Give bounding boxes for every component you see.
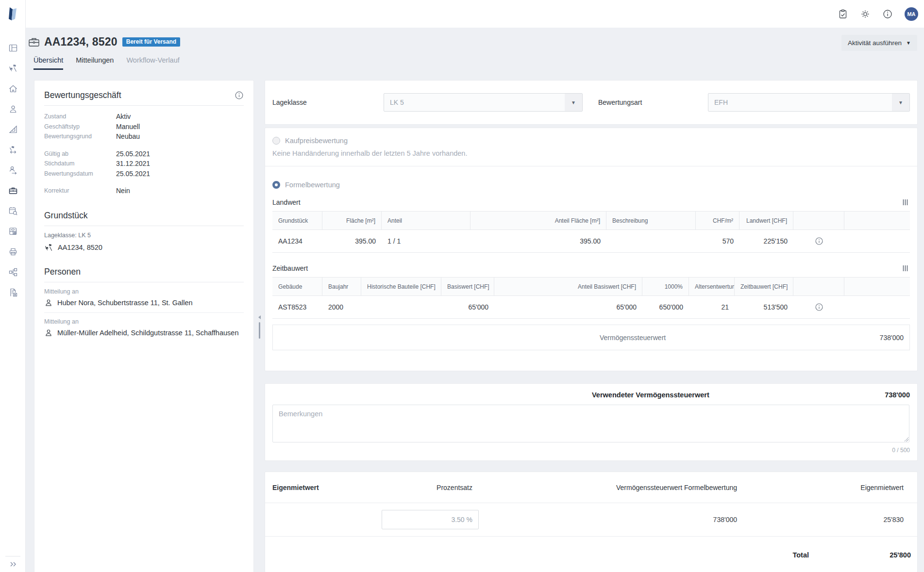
column-settings-icon[interactable] [902,198,908,206]
section-grundstueck: Grundstück Lageklasse: LK 5 AA1234, 8520 [44,211,244,252]
field-value: Manuell [116,122,244,132]
tasks-clipboard-icon[interactable] [838,9,848,19]
parcel-label: AA1234, 8520 [58,244,102,251]
person-link[interactable]: Müller-Müller Adelheid, Schildgutstrasse… [44,328,244,337]
tab-mitteilungen[interactable]: Mitteilungen [76,56,114,70]
formel-radio-row: Formelbewertung [265,166,917,191]
divider [44,312,244,313]
parcel-map-icon [44,243,53,252]
bewertungsart-value: EFH [708,98,892,106]
tab-uebersicht[interactable]: Übersicht [34,56,63,70]
col-header: Beschreibung [606,212,696,230]
sidebar-item-document-export[interactable] [0,282,26,303]
row-info-icon[interactable] [793,296,844,319]
field-label: Gültig ab [44,149,116,159]
bewertungsart-select[interactable]: EFH ▼ [708,93,910,112]
landwert-table: Grundstück Fläche [m²] Anteil Anteil Flä… [272,211,910,253]
field-value: Neubau [116,131,244,142]
settings-gear-icon[interactable] [860,9,871,19]
person-label: Huber Nora, Schubertstrasse 11, St. Gall… [57,299,193,307]
panel-resize-handle[interactable] [258,315,262,344]
lageklasse-label: Lageklasse [272,98,384,106]
resize-bar [259,322,260,339]
sidebar-item-printer[interactable] [0,242,26,262]
col-header: Eigenmietwert [743,472,910,503]
cell-beschreibung [606,230,696,253]
col-header: Grundstück [272,212,322,230]
field-value: Aktiv [116,112,244,122]
field-value: 25.05.2021 [116,149,244,159]
panel-info-icon[interactable] [235,91,244,100]
sidebar-item-workflow[interactable] [0,262,26,282]
person-icon [8,104,18,114]
col-header: Baujahr [322,278,361,296]
page-title: AA1234, 8520 [44,35,118,49]
document-export-icon [8,288,18,297]
classification-card: Lageklasse LK 5 ▼ Bewertungsart EFH ▼ [265,80,918,125]
sidebar-item-measure[interactable] [0,119,26,140]
home-icon [8,84,18,94]
tab-workflow-verlauf[interactable]: Workflow-Verlauf [126,56,179,70]
sidebar-item-parcel-map[interactable] [0,58,26,79]
field-stichdatum: Stichdatum 31.12.2021 [44,159,244,169]
info-icon[interactable] [882,9,893,19]
lageklasse-caption: Lageklasse: LK 5 [44,232,244,239]
total-label: Total [792,551,809,559]
info-panel: Bewertungsgeschäft Zustand Aktiv Geschäf… [34,80,254,572]
avatar[interactable]: MA [905,7,918,21]
top-header: MA [26,0,924,28]
landwert-title: Landwert [272,198,301,206]
sidebar-item-home[interactable] [0,79,26,99]
col-header-filler [844,212,910,230]
top-actions: MA [838,0,918,28]
sidebar-item-person-transfer[interactable] [0,160,26,180]
prozentsatz-input[interactable] [382,510,479,529]
eigenmietwert-card: Eigenmietwert Prozentsatz Vermögenssteue… [265,472,918,572]
grid-layout-icon [8,43,18,53]
sidebar-item-grid-layout[interactable] [0,38,26,58]
person-link[interactable]: Huber Nora, Schubertstrasse 11, St. Gall… [44,298,244,307]
col-header: Anteil Fläche [m²] [470,212,606,230]
total-value: 25'800 [809,551,911,559]
column-settings-icon[interactable] [902,264,908,272]
sidebar-item-calendar-search[interactable] [0,201,26,221]
sidebar-footer [0,556,26,570]
steuerwert-label: Vermögenssteuerwert [600,334,666,342]
parcel-link[interactable]: AA1234, 8520 [44,243,244,252]
sidebar-item-person[interactable] [0,99,26,119]
sidebar-item-briefcase[interactable] [0,180,26,201]
expand-sidebar-button[interactable] [0,560,26,570]
lageklasse-select[interactable]: LK 5 ▼ [384,93,583,112]
workflow-icon [8,267,18,277]
field-label: Korrektur [44,186,116,196]
total-row: Total 25'800 [265,537,917,572]
cell-anteil: 1 / 1 [382,230,470,253]
row-info-icon[interactable] [793,230,844,253]
person-icon [44,328,53,337]
person-caption: Mitteilung an [44,318,244,325]
person-caption: Mitteilung an [44,288,244,295]
briefcase-title-icon [28,36,40,49]
cell-filler [844,296,910,319]
col-header: Anteil Basiswert [CHF] [494,278,642,296]
sidebar-footer-divider [5,556,20,556]
lageklasse-value: LK 5 [384,98,565,106]
resize-grip-icon[interactable] [904,437,908,441]
sidebar-item-calculator[interactable] [0,221,26,242]
person-label: Müller-Müller Adelheid, Schildgutstrasse… [57,329,238,337]
field-korrektur: Korrektur Nein [44,186,244,196]
remarks-textarea[interactable] [272,405,909,442]
formel-label: Formelbewertung [285,181,340,189]
cell-filler [844,230,910,253]
field-gueltig-ab: Gültig ab 25.05.2021 [44,149,244,159]
activity-button[interactable]: Aktivität ausführen ▼ [841,35,917,51]
double-chevron-right-icon [9,560,17,569]
kaufpreis-radio[interactable] [272,137,280,145]
formel-radio[interactable] [272,181,280,189]
sidebar-item-parcel-transfer[interactable] [0,140,26,160]
field-group-1: Zustand Aktiv Geschäftstyp Manuell Bewer… [44,112,244,142]
col-header: Eigenmietwert [272,472,336,503]
app-logo[interactable] [0,0,25,28]
field-bewertungsdatum: Bewertungsdatum 25.05.2021 [44,169,244,179]
tab-bar: Übersicht Mitteilungen Workflow-Verlauf [26,56,924,70]
